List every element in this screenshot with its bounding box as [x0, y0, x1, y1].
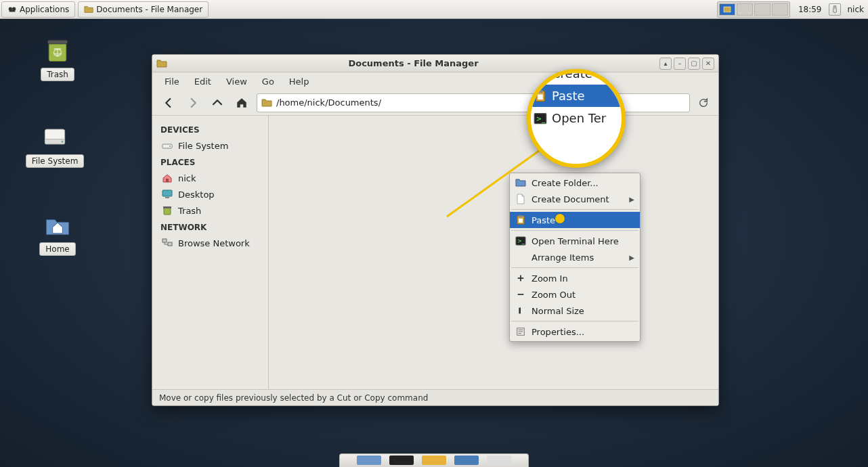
document-new-icon [515, 194, 526, 204]
dock[interactable] [339, 453, 529, 467]
menu-edit[interactable]: Edit [188, 74, 218, 89]
taskbar-item-label: Documents - File Manager [96, 5, 202, 14]
status-text: Move or copy files previously selected b… [159, 393, 428, 403]
filesystem-label: File System [26, 154, 85, 168]
svg-rect-18 [162, 239, 167, 242]
menu-go[interactable]: Go [255, 74, 281, 89]
svg-rect-6 [47, 40, 67, 44]
refresh-button[interactable] [695, 95, 712, 111]
sidebar-item-desktop[interactable]: Desktop [152, 186, 268, 202]
workspace-4[interactable] [772, 3, 788, 16]
sidebar: DEVICES File System PLACES nick Desktop … [152, 116, 269, 389]
sidebar-header-network: NETWORK [152, 219, 268, 235]
drive-icon [162, 140, 173, 151]
svg-rect-22 [519, 219, 523, 223]
properties-icon [515, 326, 526, 337]
svg-rect-3 [724, 7, 731, 12]
dock-item-4[interactable] [454, 455, 479, 465]
titlebar[interactable]: Documents - File Manager ▴ – ▢ ✕ [152, 55, 718, 72]
ctx-zoom-in[interactable]: Zoom In [510, 270, 640, 286]
user-home-icon [162, 173, 173, 183]
ctx-create-folder[interactable]: Create Folder... [510, 175, 640, 191]
user-label[interactable]: nick [844, 5, 869, 14]
svg-rect-13 [166, 179, 169, 182]
submenu-arrow-icon: ▶ [629, 196, 634, 203]
home-button[interactable] [232, 93, 251, 112]
ctx-zoom-out[interactable]: Zoom Out [510, 286, 640, 303]
dock-item-1[interactable] [357, 455, 381, 465]
path-text: /home/nick/Documents/ [276, 97, 381, 108]
zoom-in-icon [515, 273, 526, 284]
svg-rect-26 [520, 275, 521, 282]
svg-text:>_: >_ [517, 238, 525, 244]
pager-window-icon [723, 5, 731, 14]
ctx-create-document[interactable]: Create Document ▶ [510, 191, 640, 207]
sidebar-item-trash[interactable]: Trash [152, 202, 268, 219]
minimize-button[interactable]: – [674, 58, 686, 70]
file-manager-window: Documents - File Manager ▴ – ▢ ✕ File Ed… [152, 54, 719, 406]
desktop-icon-filesystem[interactable]: File System [24, 122, 85, 168]
forward-button[interactable] [183, 93, 202, 112]
menubar: File Edit View Go Help [152, 72, 718, 90]
workspace-3[interactable] [754, 3, 771, 16]
drive-icon [40, 122, 70, 152]
window-folder-icon [156, 58, 167, 69]
svg-rect-15 [165, 197, 169, 198]
menu-view[interactable]: View [219, 74, 254, 89]
folder-new-icon [515, 177, 526, 188]
applications-label: Applications [20, 5, 69, 14]
back-button[interactable] [159, 93, 178, 112]
folder-icon [84, 5, 93, 14]
menu-help[interactable]: Help [282, 74, 316, 89]
ctx-arrange-items[interactable]: Arrange Items ▶ [510, 249, 640, 265]
clock[interactable]: 18:59 [794, 5, 826, 14]
sidebar-item-filesystem[interactable]: File System [152, 137, 268, 154]
top-panel: Applications Documents - File Manager 18… [0, 0, 868, 19]
applications-menu[interactable]: Applications [1, 1, 75, 18]
desktop-icon-trash[interactable]: Trash [27, 35, 88, 81]
taskbar-item-documents[interactable]: Documents - File Manager [78, 1, 209, 18]
content-area[interactable]: Create Folder... Create Document ▶ Paste… [269, 116, 718, 389]
up-button[interactable] [208, 93, 227, 112]
network-icon [162, 238, 173, 248]
svg-rect-14 [162, 190, 172, 196]
ctx-paste[interactable]: Paste [510, 212, 640, 228]
zoom-normal-icon [515, 305, 526, 316]
dock-item-3[interactable] [422, 455, 446, 465]
workspace-1[interactable] [719, 3, 735, 16]
close-button[interactable]: ✕ [702, 58, 714, 70]
maximize-button[interactable]: ▢ [688, 58, 700, 70]
terminal-icon: >_ [515, 236, 526, 246]
status-bar: Move or copy files previously selected b… [152, 389, 718, 405]
session-menu-icon[interactable] [829, 3, 841, 16]
ctx-properties[interactable]: Properties... [510, 324, 640, 340]
workspace-2[interactable] [737, 3, 753, 16]
svg-rect-17 [163, 206, 171, 208]
svg-rect-19 [168, 242, 172, 246]
zoom-out-icon [515, 289, 526, 300]
trash-icon [43, 35, 72, 65]
svg-rect-2 [9, 9, 16, 12]
submenu-arrow-icon: ▶ [629, 254, 634, 261]
svg-rect-21 [519, 215, 523, 217]
ctx-open-terminal[interactable]: >_ Open Terminal Here [510, 233, 640, 249]
sidebar-item-nick[interactable]: nick [152, 170, 268, 186]
svg-point-10 [62, 141, 64, 143]
path-bar[interactable]: /home/nick/Documents/ [257, 93, 690, 112]
svg-rect-16 [164, 208, 171, 215]
trash-icon [162, 205, 173, 216]
home-label: Home [39, 242, 75, 256]
menu-file[interactable]: File [158, 74, 186, 89]
ctx-normal-size[interactable]: Normal Size [510, 303, 640, 319]
desktop-icon-home[interactable]: Home [27, 210, 88, 256]
dock-item-5[interactable] [487, 455, 511, 465]
paste-icon [515, 215, 526, 225]
sidebar-item-network[interactable]: Browse Network [152, 235, 268, 251]
dock-item-2[interactable] [389, 455, 414, 465]
rollup-button[interactable]: ▴ [659, 58, 672, 70]
sidebar-header-places: PLACES [152, 154, 268, 170]
xfce-logo-icon [7, 5, 17, 14]
trash-label: Trash [41, 68, 74, 81]
toolbar: /home/nick/Documents/ [152, 90, 718, 116]
workspace-pager[interactable] [717, 1, 790, 18]
